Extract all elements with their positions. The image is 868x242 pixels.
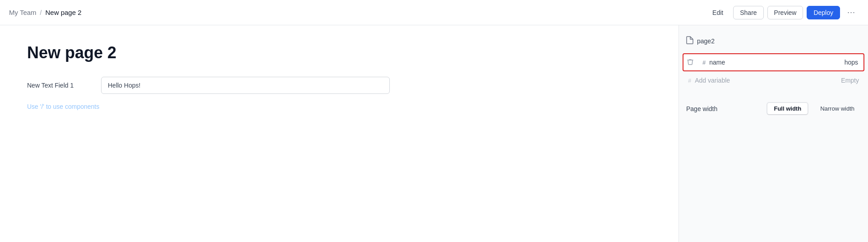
field-label: New Text Field 1	[27, 82, 90, 89]
add-variable-label: Add variable	[695, 77, 837, 84]
form-row: New Text Field 1	[27, 77, 651, 94]
narrow-width-button[interactable]: Narrow width	[814, 103, 861, 114]
more-options-button[interactable]: ···	[844, 6, 859, 19]
variable-row: # name hops	[683, 53, 864, 71]
page-title: New page 2	[27, 43, 651, 62]
text-field-input[interactable]	[101, 77, 390, 94]
content-area: New page 2 New Text Field 1 Use '/' to u…	[0, 25, 679, 242]
page-filename: page2	[697, 37, 715, 45]
full-width-button[interactable]: Full width	[767, 103, 808, 114]
variable-row-inner: # name hops	[697, 54, 863, 70]
share-button[interactable]: Share	[733, 6, 763, 19]
preview-button[interactable]: Preview	[767, 6, 803, 19]
sidebar: page2 # name hops # Add variabl	[679, 25, 868, 242]
add-variable-row[interactable]: # Add variable Empty	[679, 73, 868, 88]
page-width-section: Page width Full width Narrow width	[679, 95, 868, 122]
edit-button[interactable]: Edit	[706, 6, 729, 19]
use-components-hint: Use '/' to use components	[27, 103, 651, 110]
breadcrumb-team[interactable]: My Team	[9, 9, 37, 16]
breadcrumb-page: New page 2	[45, 9, 81, 16]
variable-value: hops	[845, 59, 858, 66]
add-variable-empty: Empty	[841, 77, 859, 84]
page-file-row: page2	[679, 33, 868, 50]
delete-variable-button[interactable]	[683, 55, 697, 70]
variables-table: # name hops # Add variable Empty	[679, 53, 868, 88]
header: My Team / New page 2 Edit Share Preview …	[0, 0, 868, 25]
header-actions: Edit Share Preview Deploy ···	[706, 6, 859, 19]
page-width-label: Page width	[686, 105, 761, 112]
main-layout: New page 2 New Text Field 1 Use '/' to u…	[0, 25, 868, 242]
deploy-button[interactable]: Deploy	[807, 6, 840, 19]
breadcrumb-separator: /	[40, 9, 42, 16]
file-icon	[686, 36, 693, 46]
variable-name: name	[709, 59, 840, 66]
breadcrumb: My Team / New page 2	[9, 9, 82, 16]
hash-icon: #	[702, 59, 706, 66]
add-var-hash-icon: #	[688, 77, 691, 84]
width-toggle: Full width	[766, 102, 808, 115]
